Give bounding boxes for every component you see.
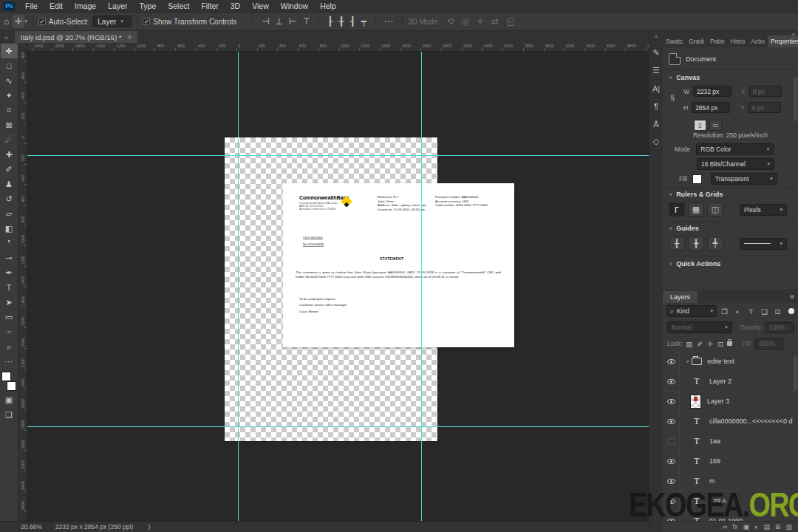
statement-document-page[interactable]: CommonwealthBank Commonwealth Bank of Au…: [283, 183, 514, 347]
distribute-left-icon[interactable]: ┠: [327, 16, 332, 27]
tab-swatc[interactable]: Swatc: [663, 35, 686, 47]
filter-type-layers-icon[interactable]: T: [746, 306, 757, 317]
lock-all-icon[interactable]: [727, 341, 732, 346]
history-brush-tool[interactable]: ↺: [1, 191, 18, 206]
distribute-top-icon[interactable]: ┯: [361, 16, 366, 27]
menu-item-3d[interactable]: 3D: [225, 1, 246, 10]
move-tool[interactable]: ✛: [1, 44, 18, 58]
frame-tool[interactable]: ⊠: [1, 117, 18, 132]
layer-row[interactable]: TLayer 2: [663, 372, 798, 392]
pixel-grid-icon[interactable]: ◫: [707, 202, 723, 216]
portrait-orientation-button[interactable]: ▯: [694, 120, 706, 131]
character-panel-icon[interactable]: A|: [649, 80, 664, 98]
tab-patte[interactable]: Patte: [707, 35, 728, 47]
lock-transparent-icon[interactable]: ▨: [686, 340, 692, 348]
landscape-orientation-button[interactable]: ▭: [709, 120, 722, 131]
properties-scrollbar[interactable]: [794, 77, 797, 121]
filter-pixel-layers-icon[interactable]: ❒: [719, 306, 730, 317]
close-icon[interactable]: ×: [127, 33, 132, 41]
guides-section-header[interactable]: ∨ Guides: [669, 225, 699, 232]
zoom-tool[interactable]: ⌕: [1, 339, 18, 354]
menu-item-file[interactable]: File: [19, 1, 44, 10]
auto-select-checkbox[interactable]: ✓: [38, 18, 46, 25]
lock-position-icon[interactable]: ✛: [707, 340, 713, 348]
layers-panel-menu-icon[interactable]: ≡: [786, 290, 798, 303]
fill-dropdown[interactable]: Transparent ▾: [711, 173, 777, 185]
link-dimensions-icon[interactable]: §: [670, 93, 675, 102]
guide-layout-icon[interactable]: ╊: [688, 236, 704, 250]
quick-mask-button[interactable]: ▣: [1, 392, 18, 407]
bit-depth-dropdown[interactable]: 16 Bits/Channel ▾: [697, 158, 774, 170]
lasso-tool[interactable]: ∿: [1, 73, 18, 88]
align-top-icon[interactable]: ⊤: [303, 16, 310, 27]
layer-row[interactable]: Layer 3: [663, 392, 798, 412]
guide-vertical-2[interactable]: [421, 52, 422, 521]
rulers-grids-section-header[interactable]: ∨ Rulers & Grids: [669, 191, 723, 198]
kind-filter-dropdown[interactable]: ⌕ Kind ▾: [666, 305, 717, 317]
filter-toggle-icon[interactable]: [788, 308, 794, 314]
expand-panels-icon[interactable]: «: [655, 33, 658, 40]
chevron-down-icon[interactable]: ∨: [686, 358, 689, 364]
background-color-swatch[interactable]: [7, 381, 16, 391]
fill-swatch[interactable]: [692, 174, 702, 184]
move-tool-preset-icon[interactable]: ✛: [13, 15, 24, 28]
3d-pan-icon[interactable]: ✛: [477, 16, 484, 27]
tab-histo[interactable]: Histo: [728, 35, 748, 47]
distribute-right-icon[interactable]: ┨: [349, 16, 355, 27]
layers-scrollbar[interactable]: [794, 356, 797, 390]
more-options-icon[interactable]: ⋯: [381, 16, 397, 27]
align-right-icon[interactable]: ⊢: [289, 16, 296, 27]
canvas-area[interactable]: -2000-1800-1600-1400-1200-1000-800-600-4…: [18, 43, 649, 521]
eyedropper-tool[interactable]: ☄: [1, 132, 18, 147]
healing-brush-tool[interactable]: ✚: [1, 147, 18, 162]
guide-horizontal-2[interactable]: [27, 426, 649, 427]
layer-row[interactable]: Tcilla0000000...<<<<<<<<0 d: [663, 412, 798, 432]
tool-preset-chevron-icon[interactable]: ▾: [24, 18, 27, 24]
width-field[interactable]: 2232 px: [693, 86, 732, 97]
paragraph-panel-icon[interactable]: ¶: [649, 98, 664, 115]
crop-tool[interactable]: ⌗: [1, 103, 18, 117]
eraser-tool[interactable]: ▱: [1, 206, 18, 221]
object-selection-tool[interactable]: ✦: [1, 88, 18, 103]
layer-row[interactable]: ∨edite text: [663, 352, 798, 372]
path-select-tool[interactable]: ➤: [1, 295, 18, 310]
status-chevron-icon[interactable]: ❭: [146, 523, 151, 531]
color-mode-dropdown[interactable]: RGB Color ▾: [696, 143, 774, 155]
guide-style-dropdown[interactable]: ▾: [740, 238, 787, 250]
brush-tool[interactable]: ✐: [1, 162, 18, 177]
menu-item-select[interactable]: Select: [162, 1, 195, 10]
3d-slide-icon[interactable]: ⇄: [491, 16, 499, 27]
grid-icon[interactable]: ▦: [688, 202, 704, 216]
home-icon[interactable]: ⌂: [0, 16, 13, 27]
units-dropdown[interactable]: Pixels ▾: [740, 204, 787, 216]
tab-layers[interactable]: Layers: [663, 291, 698, 303]
menu-item-image[interactable]: Image: [69, 1, 102, 10]
ruler-corner-icon[interactable]: Γ: [669, 202, 685, 216]
layer-row[interactable]: T1aa: [663, 432, 798, 451]
3d-roll-icon[interactable]: ◎: [462, 16, 469, 27]
auto-select-dropdown[interactable]: Layer ▾: [93, 16, 132, 27]
3d-orbit-icon[interactable]: ⟲: [446, 16, 454, 27]
adjustments-icon[interactable]: ☰: [649, 62, 664, 80]
show-transform-checkbox[interactable]: ✓: [143, 18, 150, 25]
rectangle-tool[interactable]: ▭: [1, 310, 18, 324]
3d-panel-icon[interactable]: ◇: [649, 133, 664, 151]
lock-artboard-icon[interactable]: ⊡: [717, 340, 723, 348]
layer-visibility-toggle[interactable]: [663, 432, 680, 451]
color-swatches[interactable]: [1, 372, 16, 391]
ruler-origin-corner[interactable]: [18, 43, 27, 52]
layer-row[interactable]: T169: [663, 451, 798, 471]
hand-tool[interactable]: ☞: [1, 324, 18, 339]
layer-visibility-toggle[interactable]: [663, 352, 680, 371]
screen-mode-button[interactable]: ❏: [1, 407, 18, 422]
clear-guides-icon[interactable]: ╇: [707, 236, 723, 250]
menu-item-edit[interactable]: Edit: [44, 1, 69, 10]
filter-adjustment-layers-icon[interactable]: ◐: [732, 306, 743, 317]
new-guide-icon[interactable]: ╂: [669, 236, 685, 250]
guide-vertical-1[interactable]: [238, 52, 239, 521]
filter-smart-objects-icon[interactable]: ⊡: [772, 306, 783, 317]
foreground-color-swatch[interactable]: [1, 372, 11, 381]
menu-item-filter[interactable]: Filter: [195, 1, 224, 10]
filter-shape-layers-icon[interactable]: ❑: [759, 306, 770, 317]
align-left-icon[interactable]: ⊣: [262, 16, 269, 27]
